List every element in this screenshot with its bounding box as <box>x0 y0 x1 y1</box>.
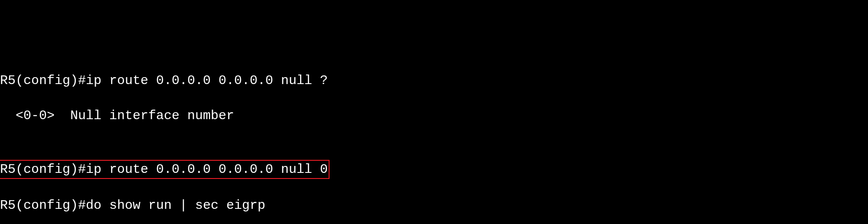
terminal-line-2: <0-0> Null interface number <box>0 107 868 125</box>
terminal-line-1: R5(config)#ip route 0.0.0.0 0.0.0.0 null… <box>0 72 868 90</box>
help-range: <0-0> <box>16 108 55 123</box>
highlight-box-route: R5(config)#ip route 0.0.0.0 0.0.0.0 null… <box>0 160 330 179</box>
help-indent <box>0 108 16 123</box>
terminal-line-5: R5(config)#do show run | sec eigrp <box>0 197 868 214</box>
terminal-line-4: R5(config)#ip route 0.0.0.0 0.0.0.0 null… <box>0 160 868 179</box>
help-description: Null interface number <box>55 108 234 123</box>
